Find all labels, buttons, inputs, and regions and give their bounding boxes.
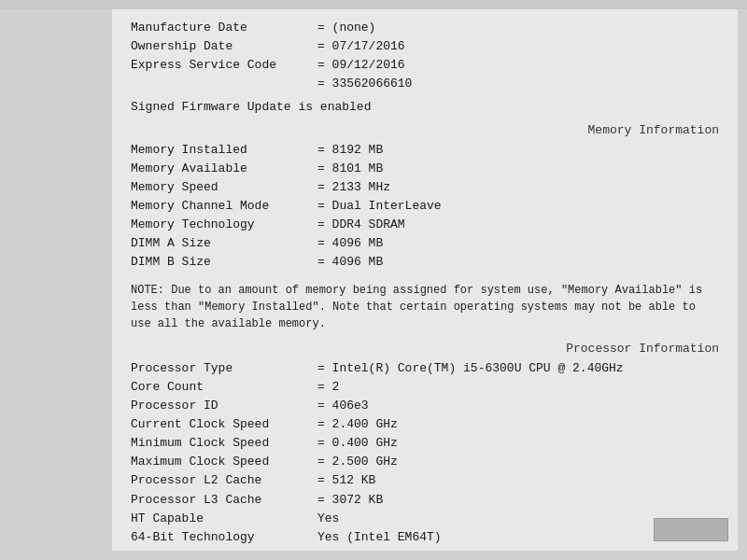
proc-label-8: HT Capable — [131, 510, 317, 528]
top-label-0: Manufacture Date — [131, 19, 317, 37]
memory-note: NOTE: Due to an amount of memory being a… — [131, 282, 719, 332]
proc-row-5: Maximum Clock Speed = 2.500 GHz — [131, 453, 719, 471]
memory-row-6: DIMM B Size = 4096 MB — [131, 253, 719, 272]
memory-value-3: = Dual InterLeave — [317, 197, 442, 216]
proc-row-9: 64-Bit Technology Yes (Intel EM64T) — [131, 528, 719, 547]
top-row-2: Express Service Code = 09/12/2016 — [131, 56, 719, 75]
memory-row-4: Memory Technology = DDR4 SDRAM — [131, 216, 719, 234]
memory-value-4: = DDR4 SDRAM — [317, 216, 405, 234]
firmware-text: Signed Firmware Update is enabled — [131, 100, 719, 114]
proc-label-9: 64-Bit Technology — [131, 528, 317, 547]
top-value-3: = 33562066610 — [317, 75, 412, 93]
top-row-1: Ownership Date = 07/17/2016 — [131, 37, 719, 56]
proc-value-6: = 512 KB — [317, 471, 375, 490]
proc-value-1: = 2 — [317, 378, 339, 397]
proc-row-2: Processor ID = 406e3 — [131, 397, 719, 415]
proc-row-8: HT Capable Yes — [131, 510, 719, 528]
top-label-3 — [131, 75, 317, 93]
proc-label-6: Processor L2 Cache — [131, 471, 317, 490]
memory-label-6: DIMM B Size — [131, 253, 317, 272]
memory-label-4: Memory Technology — [131, 216, 317, 234]
memory-row-5: DIMM A Size = 4096 MB — [131, 234, 719, 253]
proc-value-9: Yes (Intel EM64T) — [317, 528, 442, 547]
memory-value-1: = 8101 MB — [317, 160, 383, 178]
proc-row-3: Current Clock Speed = 2.400 GHz — [131, 415, 719, 434]
proc-row-0: Processor Type = Intel(R) Core(TM) i5-63… — [131, 359, 719, 378]
proc-row-1: Core Count = 2 — [131, 378, 719, 397]
memory-row-3: Memory Channel Mode = Dual InterLeave — [131, 197, 719, 216]
proc-label-3: Current Clock Speed — [131, 415, 317, 434]
proc-value-0: = Intel(R) Core(TM) i5-6300U CPU @ 2.40G… — [317, 359, 624, 378]
proc-label-2: Processor ID — [131, 397, 317, 415]
proc-value-5: = 2.500 GHz — [317, 453, 398, 471]
memory-label-5: DIMM A Size — [131, 234, 317, 253]
proc-label-7: Processor L3 Cache — [131, 491, 317, 510]
memory-row-0: Memory Installed = 8192 MB — [131, 141, 719, 160]
memory-value-2: = 2133 MHz — [317, 178, 390, 197]
top-value-0: = (none) — [317, 19, 375, 37]
memory-row-1: Memory Available = 8101 MB — [131, 160, 719, 178]
memory-section: Memory Information Memory Installed = 81… — [131, 123, 719, 332]
proc-value-4: = 0.400 GHz — [317, 434, 398, 453]
proc-label-5: Maximum Clock Speed — [131, 453, 317, 471]
memory-label-1: Memory Available — [131, 160, 317, 178]
memory-value-0: = 8192 MB — [317, 141, 383, 160]
proc-value-8: Yes — [317, 510, 339, 528]
proc-value-3: = 2.400 GHz — [317, 415, 398, 434]
memory-row-2: Memory Speed = 2133 MHz — [131, 178, 719, 197]
top-value-1: = 07/17/2016 — [317, 37, 405, 56]
memory-section-title: Memory Information — [131, 123, 719, 137]
memory-label-2: Memory Speed — [131, 178, 317, 197]
top-label-1: Ownership Date — [131, 37, 317, 56]
processor-section-title: Processor Information — [131, 342, 719, 356]
proc-row-4: Minimum Clock Speed = 0.400 GHz — [131, 434, 719, 453]
top-value-2: = 09/12/2016 — [317, 56, 405, 75]
memory-label-0: Memory Installed — [131, 141, 317, 160]
processor-section: Processor Information Processor Type = I… — [131, 342, 719, 547]
proc-row-6: Processor L2 Cache = 512 KB — [131, 471, 719, 490]
proc-label-0: Processor Type — [131, 359, 317, 378]
top-row-0: Manufacture Date = (none) — [131, 19, 719, 37]
proc-value-7: = 3072 KB — [317, 491, 383, 510]
inner-panel: Manufacture Date = (none) Ownership Date… — [112, 9, 738, 551]
top-info-section: Manufacture Date = (none) Ownership Date… — [131, 19, 719, 114]
proc-row-7: Processor L3 Cache = 3072 KB — [131, 491, 719, 510]
proc-value-2: = 406e3 — [317, 397, 369, 415]
proc-label-1: Core Count — [131, 378, 317, 397]
bottom-bar[interactable] — [654, 518, 728, 541]
top-row-3: = 33562066610 — [131, 75, 719, 93]
memory-label-3: Memory Channel Mode — [131, 197, 317, 216]
top-label-2: Express Service Code — [131, 56, 317, 75]
memory-value-6: = 4096 MB — [317, 253, 383, 272]
outer-frame: Manufacture Date = (none) Ownership Date… — [0, 9, 747, 560]
memory-value-5: = 4096 MB — [317, 234, 383, 253]
proc-label-4: Minimum Clock Speed — [131, 434, 317, 453]
